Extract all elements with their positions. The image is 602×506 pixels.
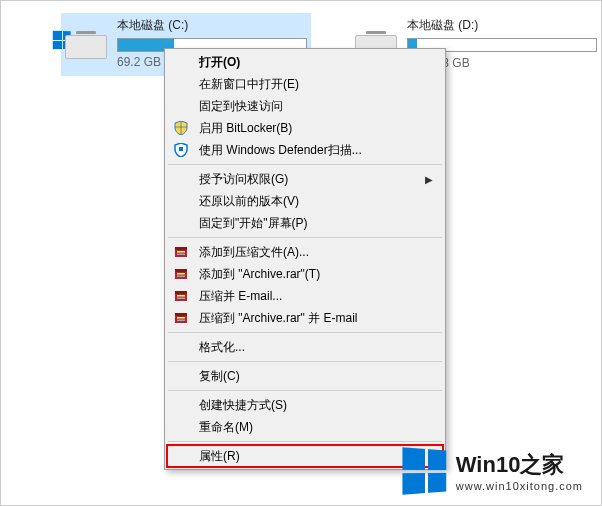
svg-rect-8 bbox=[177, 276, 185, 278]
menu-bitlocker[interactable]: 启用 BitLocker(B) bbox=[167, 117, 443, 139]
rar-icon bbox=[173, 244, 189, 260]
watermark-title: Win10之家 bbox=[456, 450, 583, 480]
svg-rect-12 bbox=[177, 298, 185, 300]
menu-create-shortcut[interactable]: 创建快捷方式(S) bbox=[167, 394, 443, 416]
menu-compress-rar-email[interactable]: 压缩到 "Archive.rar" 并 E-mail bbox=[167, 307, 443, 329]
menu-add-archive-rar[interactable]: 添加到 "Archive.rar"(T) bbox=[167, 263, 443, 285]
menu-separator bbox=[168, 441, 442, 442]
rar-icon bbox=[173, 288, 189, 304]
rar-icon bbox=[173, 266, 189, 282]
menu-separator bbox=[168, 332, 442, 333]
drive-c-label: 本地磁盘 (C:) bbox=[117, 17, 307, 34]
menu-separator bbox=[168, 164, 442, 165]
watermark-url: www.win10xitong.com bbox=[456, 480, 583, 492]
svg-rect-3 bbox=[177, 251, 185, 253]
menu-separator bbox=[168, 237, 442, 238]
menu-add-archive[interactable]: 添加到压缩文件(A)... bbox=[167, 241, 443, 263]
menu-grant-access[interactable]: 授予访问权限(G)▶ bbox=[167, 168, 443, 190]
menu-pin-quick-access[interactable]: 固定到快速访问 bbox=[167, 95, 443, 117]
svg-rect-2 bbox=[175, 247, 187, 250]
shield-icon bbox=[173, 120, 189, 136]
menu-copy[interactable]: 复制(C) bbox=[167, 365, 443, 387]
submenu-arrow-icon: ▶ bbox=[425, 174, 433, 185]
svg-rect-7 bbox=[177, 273, 185, 275]
svg-rect-15 bbox=[177, 317, 185, 319]
defender-shield-icon bbox=[173, 142, 189, 158]
context-menu: 打开(O) 在新窗口中打开(E) 固定到快速访问 启用 BitLocker(B)… bbox=[164, 48, 446, 470]
menu-compress-email[interactable]: 压缩并 E-mail... bbox=[167, 285, 443, 307]
watermark: Win10之家 www.win10xitong.com bbox=[404, 449, 583, 493]
menu-open-new-window[interactable]: 在新窗口中打开(E) bbox=[167, 73, 443, 95]
menu-defender[interactable]: 使用 Windows Defender扫描... bbox=[167, 139, 443, 161]
menu-rename[interactable]: 重命名(M) bbox=[167, 416, 443, 438]
drive-d-label: 本地磁盘 (D:) bbox=[407, 17, 597, 34]
svg-rect-10 bbox=[175, 291, 187, 294]
svg-rect-6 bbox=[175, 269, 187, 272]
svg-rect-14 bbox=[175, 313, 187, 316]
windows-logo-icon bbox=[402, 447, 446, 495]
menu-restore-versions[interactable]: 还原以前的版本(V) bbox=[167, 190, 443, 212]
rar-icon bbox=[173, 310, 189, 326]
menu-pin-start[interactable]: 固定到"开始"屏幕(P) bbox=[167, 212, 443, 234]
drive-c-icon bbox=[65, 23, 107, 59]
menu-separator bbox=[168, 361, 442, 362]
menu-open[interactable]: 打开(O) bbox=[167, 51, 443, 73]
menu-separator bbox=[168, 390, 442, 391]
svg-rect-11 bbox=[177, 295, 185, 297]
svg-rect-16 bbox=[177, 320, 185, 322]
svg-rect-4 bbox=[177, 254, 185, 256]
svg-rect-0 bbox=[179, 147, 183, 151]
menu-format[interactable]: 格式化... bbox=[167, 336, 443, 358]
